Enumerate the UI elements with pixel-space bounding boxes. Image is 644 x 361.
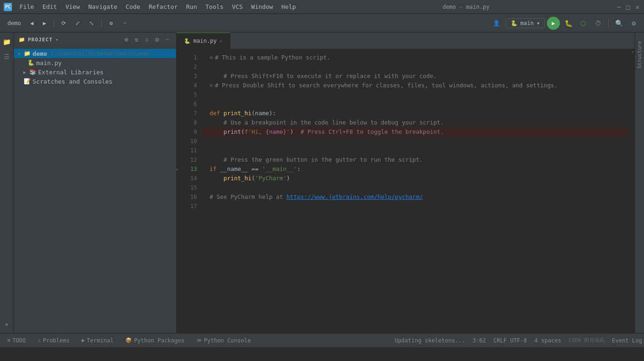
toolbar-nav-forward[interactable]: ▶ (39, 18, 50, 28)
code-line-15 (202, 183, 628, 192)
run-button[interactable]: ▶ (547, 17, 560, 30)
menu-item-vcs[interactable]: VCS (228, 2, 246, 11)
maximize-button[interactable]: □ (625, 4, 631, 10)
menu-item-code[interactable]: Code (122, 2, 144, 11)
bottom-toolbar: ≡ TODO ⚠ Problems ▶ Terminal 📦 Python Pa… (0, 333, 644, 347)
activity-favorites-icon[interactable]: ★ (1, 318, 13, 329)
right-gutter: ✓ (628, 49, 635, 333)
tree-item-ext-libs[interactable]: ▶ 📚 External Libraries (14, 67, 176, 77)
activity-project-icon[interactable]: 📁 (1, 36, 13, 47)
line-num-13: ▶ 13 (177, 164, 197, 174)
toolbar-settings[interactable]: ⚙ (105, 18, 116, 28)
window-title: demo - main.py (316, 4, 616, 10)
line-num-2: 2 (177, 62, 197, 72)
toolbar-collapse[interactable]: ⤡ (85, 18, 98, 28)
toolbar-separator-1 (53, 19, 54, 28)
tabs-bar: 🐍 main.py ✕ (177, 33, 635, 49)
menu-item-window[interactable]: Window (248, 2, 277, 11)
menu-bar: FileEditViewNavigateCodeRefactorRunTools… (16, 2, 316, 11)
sidebar-action-close[interactable]: － (163, 35, 171, 44)
window-controls: ─ □ ✕ (616, 4, 640, 10)
debug-button[interactable]: 🐛 (562, 17, 575, 30)
tree-item-main-py[interactable]: 🐍 main.py (14, 58, 176, 67)
updating-status: Updating skeletons... (394, 337, 465, 344)
sidebar-action-new[interactable]: ⊕ (122, 35, 131, 44)
sidebar-title: Project (28, 37, 53, 43)
coverage-button[interactable]: ⬡ (577, 17, 590, 30)
minimize-button[interactable]: ─ (616, 4, 622, 10)
line-num-12: 12 (177, 155, 197, 164)
menu-item-view[interactable]: View (62, 2, 84, 11)
close-button[interactable]: ✕ (635, 4, 640, 10)
toolbar-nav-back[interactable]: ◀ (26, 18, 37, 28)
line-num-7: 7 (177, 109, 197, 118)
code-line-12: # Press the green button in the gutter t… (202, 155, 628, 164)
menu-item-edit[interactable]: Edit (39, 2, 60, 11)
toolbar-project-label[interactable]: demo (4, 18, 25, 28)
code-line-9: print(f'Hi, {name}') # Press Ctrl+F8 to … (202, 127, 628, 137)
line-num-5: 5 (177, 90, 197, 99)
toolbar-search[interactable]: 🔍 (612, 17, 625, 30)
bottom-tab-label-todo: TODO (13, 337, 26, 344)
bottom-tab-terminal[interactable]: ▶ Terminal (76, 335, 119, 346)
sidebar-project-icon: 📁 (19, 37, 25, 43)
sidebar-header: 📁 Project ▾ ⊕ ⇅ ⇳ ⚙ － (14, 33, 176, 47)
menu-item-file[interactable]: File (16, 2, 38, 11)
tree-item-scratches[interactable]: 📝 Scratches and Consoles (14, 77, 176, 86)
profile-button[interactable]: ⏱ (591, 17, 605, 30)
tree-icon-main-py: 🐍 (27, 59, 34, 66)
sidebar-action-collapse[interactable]: ⇳ (143, 35, 151, 44)
line-num-4: 4 (177, 81, 197, 90)
tree-icon-ext-libs: 📚 (29, 68, 36, 76)
sidebar-action-settings[interactable]: ⚙ (153, 35, 161, 44)
tree-icon-scratches: 📝 (23, 78, 31, 85)
toolbar-gear[interactable]: ⚙ (627, 17, 640, 30)
bottom-tab-python-packages[interactable]: 📦 Python Packages (120, 335, 190, 346)
tree-label-demo: demo (33, 50, 47, 57)
event-log[interactable]: Event Log (612, 337, 642, 344)
line-num-14: 14 (177, 174, 197, 183)
bottom-tab-label-python-packages: Python Packages (134, 337, 184, 344)
activity-structure-icon[interactable]: ☰ (1, 51, 13, 62)
menu-item-navigate[interactable]: Navigate (85, 2, 121, 11)
code-line-5 (202, 90, 628, 99)
sidebar-content: ▾ 📁 demo C:\Users\mi\PycharmProjects\dem… (14, 47, 176, 333)
tree-label-ext-libs: External Libraries (38, 69, 104, 76)
tab-main-py[interactable]: 🐍 main.py ✕ (177, 33, 230, 49)
code-line-11 (202, 146, 628, 155)
line-num-11: 11 (177, 146, 197, 155)
bottom-tab-label-terminal: Terminal (87, 337, 114, 344)
tab-close-main-py[interactable]: ✕ (220, 39, 223, 44)
toolbar-sync[interactable]: ⟳ (58, 18, 70, 28)
tree-item-demo[interactable]: ▾ 📁 demo C:\Users\mi\PycharmProjects\dem… (14, 49, 176, 58)
bottom-tab-python-console[interactable]: ≫ Python Console (191, 335, 256, 346)
right-panel-structure[interactable]: Structure (636, 37, 644, 72)
sidebar-dropdown-icon[interactable]: ▾ (55, 37, 59, 43)
terminal-icon: ▶ (82, 337, 85, 343)
toolbar-right: 👤 🐍 main ▾ ▶ 🐛 ⬡ ⏱ 🔍 ⚙ (489, 17, 640, 30)
tab-label-main-py: main.py (193, 38, 217, 44)
code-line-2 (202, 62, 628, 72)
toolbar-user[interactable]: 👤 (489, 18, 504, 28)
spaces-info: 4 spaces (534, 337, 561, 344)
sidebar-action-expand[interactable]: ⇅ (132, 35, 141, 44)
menu-item-run[interactable]: Run (183, 2, 201, 11)
menu-item-refactor[interactable]: Refactor (145, 2, 182, 11)
toolbar-expand[interactable]: ⤢ (72, 18, 84, 28)
run-arrow-icon: ▶ (177, 164, 178, 174)
line-num-3: 3 (177, 72, 197, 81)
editor-area: 🐍 main.py ✕ 1 2 3 4 5 6 7 8 9 10 (177, 33, 635, 333)
fold-icon-1[interactable]: ⊖ (210, 53, 213, 62)
code-editor[interactable]: 1 2 3 4 5 6 7 8 9 10 11 12 ▶ 13 14 (177, 49, 635, 333)
menu-item-tools[interactable]: Tools (202, 2, 227, 11)
code-content[interactable]: ⊖# This is a sample Python script. # Pre… (202, 49, 628, 333)
bottom-tab-todo[interactable]: ≡ TODO (2, 335, 32, 346)
title-bar: PC FileEditViewNavigateCodeRefactorRunTo… (0, 0, 644, 14)
menu-item-help[interactable]: Help (278, 2, 300, 11)
tab-py-icon: 🐍 (184, 38, 191, 44)
fold-icon-4[interactable]: ⊖ (210, 81, 213, 90)
bottom-tab-problems[interactable]: ⚠ Problems (33, 335, 75, 346)
run-config[interactable]: 🐍 main ▾ (506, 18, 545, 28)
toolbar-separator-2 (101, 19, 102, 28)
toolbar-minus[interactable]: － (118, 17, 131, 29)
